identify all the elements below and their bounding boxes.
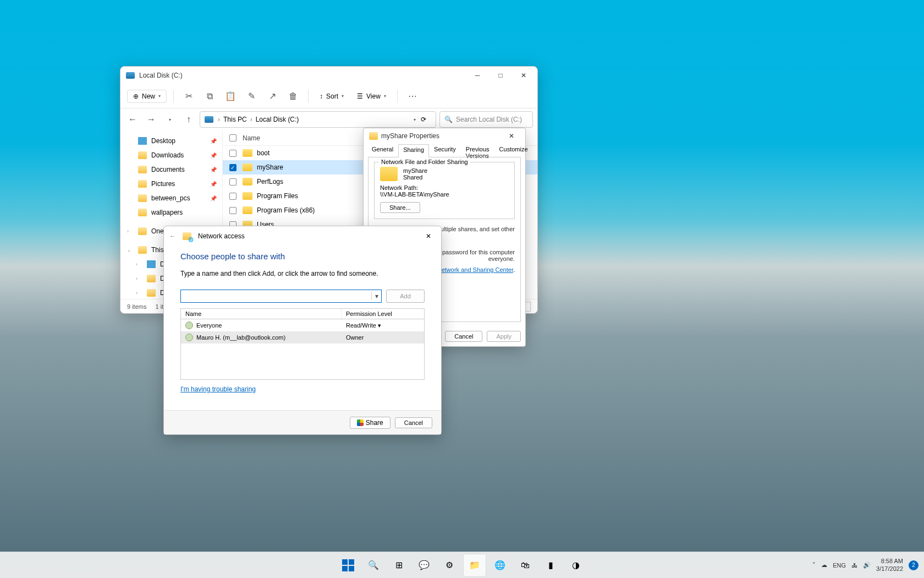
search-button[interactable]: 🔍 (362, 554, 384, 576)
row-checkbox[interactable] (229, 178, 237, 186)
tab-security[interactable]: Security (429, 144, 461, 157)
recent-button[interactable]: ▾ (162, 112, 178, 127)
column-permission[interactable]: Permission Level (342, 309, 424, 319)
network-sharing-center-link[interactable]: Network and Sharing Center (437, 266, 513, 273)
chevron-icon[interactable]: › (136, 276, 142, 281)
new-button[interactable]: ⊕ New ▾ (127, 90, 167, 103)
tab-previous-versions[interactable]: Previous Versions (461, 144, 494, 157)
folder-icon (380, 167, 398, 181)
start-button[interactable] (337, 554, 359, 576)
view-icon: ☰ (357, 92, 363, 100)
nav-item[interactable]: Documents📌 (123, 162, 220, 177)
dialog-header: ← 🌐 Network access ✕ (164, 226, 441, 246)
chevron-icon[interactable]: › (127, 228, 134, 234)
cancel-button[interactable]: Cancel (445, 331, 482, 342)
chevron-down-icon[interactable]: ▾ (371, 292, 381, 300)
forward-button[interactable]: → (144, 112, 159, 127)
share-row[interactable]: EveryoneRead/Write ▾ (181, 319, 424, 331)
cancel-button[interactable]: Cancel (395, 417, 432, 428)
documents-icon (138, 166, 147, 173)
column-name[interactable]: Name (181, 309, 342, 319)
refresh-button[interactable]: ⟳ (416, 116, 431, 123)
drive-icon (126, 72, 135, 79)
search-icon: 🔍 (444, 116, 453, 123)
task-view-button[interactable]: ⊞ (388, 554, 410, 576)
tab-strip: GeneralSharingSecurityPrevious VersionsC… (364, 144, 525, 157)
app-button[interactable]: ◑ (565, 554, 587, 576)
tab-sharing[interactable]: Sharing (398, 144, 429, 157)
onedrive-tray-icon[interactable]: ☁ (821, 561, 827, 569)
trouble-sharing-link[interactable]: I'm having trouble sharing (180, 385, 256, 393)
back-button[interactable]: ← (169, 232, 176, 240)
folder-icon (243, 192, 252, 200)
chevron-down-icon: ▾ (384, 94, 386, 99)
view-button[interactable]: ☰ View ▾ (353, 90, 391, 102)
user-icon (185, 334, 193, 341)
chevron-icon[interactable]: › (136, 290, 142, 296)
notification-badge[interactable]: 2 (909, 560, 919, 570)
back-button[interactable]: ← (125, 112, 140, 127)
share-row[interactable]: Mauro H. (m__lab@outlook.com)Owner (181, 331, 424, 343)
share-button[interactable]: Share (350, 417, 391, 429)
sort-button[interactable]: ↕ Sort ▾ (315, 90, 348, 102)
row-checkbox[interactable]: ✓ (229, 164, 237, 171)
explorer-titlebar[interactable]: Local Disk (C:) ─ □ ✕ (120, 67, 537, 84)
edge-button[interactable]: 🌐 (489, 554, 511, 576)
terminal-button[interactable]: ▮ (540, 554, 562, 576)
share-button[interactable]: Share... (380, 202, 420, 213)
cut-button[interactable]: ✂ (180, 88, 197, 105)
chat-button[interactable]: 💬 (413, 554, 435, 576)
nav-item[interactable]: Downloads📌 (123, 148, 220, 162)
nav-item[interactable]: Pictures📌 (123, 177, 220, 191)
nav-item[interactable]: wallpapers (123, 205, 220, 220)
sort-icon: ↕ (320, 92, 323, 100)
volume-tray-icon[interactable]: 🔊 (863, 561, 871, 569)
pin-icon: 📌 (210, 167, 217, 173)
minimize-button[interactable]: ─ (466, 68, 489, 83)
close-button[interactable]: ✕ (512, 68, 535, 83)
clock[interactable]: 8:58 AM 3/17/2022 (876, 558, 903, 572)
paste-button[interactable]: 📋 (222, 88, 239, 105)
tray-overflow-button[interactable]: ˄ (812, 561, 816, 569)
add-button[interactable]: Add (386, 290, 425, 303)
dialog-title: myShare Properties (381, 132, 439, 140)
nav-item[interactable]: between_pcs📌 (123, 191, 220, 205)
folder-icon: 🌐 (183, 232, 191, 240)
nav-item[interactable]: Desktop📌 (123, 134, 220, 148)
properties-titlebar[interactable]: myShare Properties ✕ (364, 128, 525, 144)
rename-button[interactable]: ✎ (243, 88, 260, 105)
up-button[interactable]: ↑ (181, 112, 196, 127)
desktop-icon (147, 260, 156, 268)
chevron-icon[interactable]: ⌄ (127, 247, 134, 253)
explorer-taskbar-button[interactable]: 📁 (464, 554, 486, 576)
address-bar[interactable]: › This PC › Local Disk (C:) ▾ ⟳ (200, 111, 436, 128)
close-button[interactable]: ✕ (500, 128, 523, 144)
row-checkbox[interactable] (229, 207, 237, 214)
store-button[interactable]: 🛍 (514, 554, 536, 576)
delete-button[interactable]: 🗑 (285, 88, 301, 105)
permission-dropdown[interactable]: Owner (342, 332, 424, 342)
breadcrumb-item[interactable]: This PC (221, 116, 249, 123)
settings-button[interactable]: ⚙ (438, 554, 460, 576)
row-checkbox[interactable] (229, 193, 237, 200)
permission-dropdown[interactable]: Read/Write ▾ (342, 320, 424, 330)
chevron-down-icon: ▾ (158, 94, 161, 99)
tab-general[interactable]: General (367, 144, 398, 157)
tab-customize[interactable]: Customize (494, 144, 533, 157)
maximize-button[interactable]: □ (489, 68, 512, 83)
chevron-icon[interactable]: › (136, 261, 142, 267)
share-button[interactable]: ↗ (264, 88, 280, 105)
copy-button[interactable]: ⧉ (201, 88, 218, 105)
breadcrumb-item[interactable]: Local Disk (C:) (254, 116, 301, 123)
person-combobox[interactable]: ▾ (180, 290, 382, 303)
network-tray-icon[interactable]: 🖧 (851, 562, 857, 569)
select-all-checkbox[interactable] (229, 134, 237, 141)
language-indicator[interactable]: ENG (833, 562, 846, 569)
search-input[interactable]: 🔍 Search Local Disk (C:) (439, 111, 533, 128)
row-checkbox[interactable] (229, 150, 237, 157)
more-button[interactable]: ⋯ (404, 88, 421, 105)
documents-icon (147, 275, 156, 282)
folder-icon (243, 178, 252, 186)
close-button[interactable]: ✕ (421, 230, 436, 242)
apply-button[interactable]: Apply (487, 331, 521, 342)
